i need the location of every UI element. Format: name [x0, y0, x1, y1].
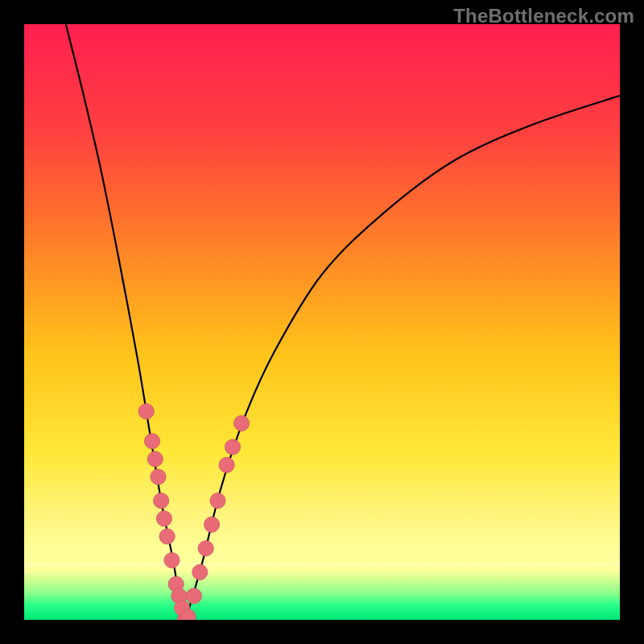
watermark-label: TheBottleneck.com [453, 5, 634, 27]
data-marker [159, 529, 175, 544]
data-marker [145, 433, 160, 448]
data-marker [156, 511, 171, 526]
outer-frame: TheBottleneck.com [0, 0, 644, 644]
data-marker [147, 452, 163, 467]
data-marker [225, 440, 240, 455]
chart-svg [24, 24, 620, 620]
data-marker [234, 415, 250, 431]
data-marker [192, 564, 208, 580]
data-marker [138, 403, 154, 419]
data-marker [186, 588, 201, 604]
data-marker [210, 493, 225, 508]
data-marker [151, 469, 166, 485]
gradient-background [24, 24, 620, 620]
data-marker [198, 541, 213, 556]
data-marker [164, 552, 180, 568]
plot-area [24, 24, 620, 620]
data-marker [154, 493, 169, 508]
highlight-band [24, 564, 620, 566]
data-marker [219, 457, 234, 473]
data-marker [204, 517, 220, 532]
highlight-band [24, 546, 620, 572]
